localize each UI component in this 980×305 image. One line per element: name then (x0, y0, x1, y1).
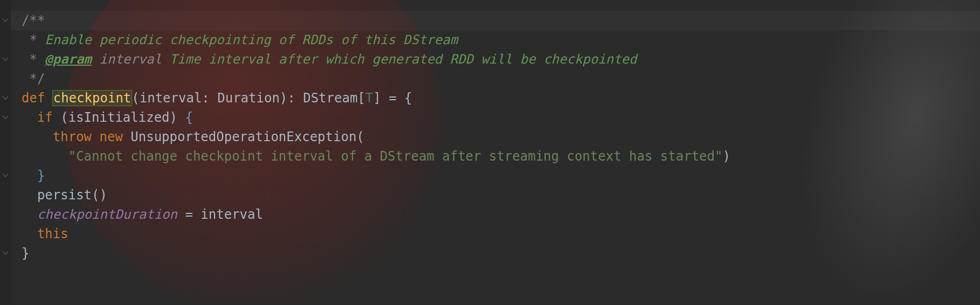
equals: = (381, 91, 404, 106)
doc-comment-prefix: * (22, 32, 45, 47)
brace-open: { (185, 110, 192, 125)
bracket-open: [ (357, 91, 365, 106)
paren-close: ) (170, 110, 185, 125)
code-line[interactable]: * @param interval Time interval after wh… (11, 50, 980, 69)
doc-comment-close: */ (22, 71, 45, 86)
doc-comment-text: Time interval after which generated RDD … (170, 52, 637, 67)
doc-comment-prefix: * (22, 52, 45, 67)
brace-open: { (404, 91, 412, 106)
identifier: isInitialized (68, 110, 170, 125)
code-line[interactable]: * Enable periodic checkpointing of RDDs … (11, 30, 980, 50)
code-line[interactable]: } (11, 244, 980, 263)
code-line[interactable]: checkpointDuration = interval (11, 205, 980, 224)
code-line[interactable]: this (11, 224, 980, 244)
type-param: T (365, 91, 373, 106)
code-line[interactable]: persist() (11, 185, 980, 205)
parens: () (92, 188, 107, 203)
doc-comment-text: Enable periodic checkpointing of RDDs of… (45, 32, 458, 47)
field-name: checkpointDuration (37, 207, 177, 222)
method-name: checkpoint (53, 91, 132, 106)
doc-comment-open: /** (22, 13, 45, 28)
type-name: UnsupportedOperationException (130, 129, 356, 144)
brace-close: } (22, 246, 29, 261)
brace-close: } (37, 168, 45, 183)
doc-param-name: interval (92, 52, 170, 67)
param-name: interval (140, 91, 202, 106)
bracket-close: ] (373, 91, 381, 106)
paren-close: ) (722, 149, 730, 164)
code-line[interactable]: "Cannot change checkpoint interval of a … (11, 147, 980, 166)
keyword-new: new (100, 129, 131, 144)
paren-close: ) (280, 91, 287, 106)
code-line[interactable]: /** (11, 11, 980, 30)
code-line[interactable]: throw new UnsupportedOperationException( (11, 127, 980, 147)
colon: : (287, 91, 303, 106)
keyword-def: def (22, 91, 53, 106)
code-line[interactable]: } (11, 166, 980, 185)
type-name: Duration (217, 91, 280, 106)
string-literal: "Cannot change checkpoint interval of a … (68, 149, 723, 164)
code-line[interactable]: if (isInitialized) { (11, 108, 980, 127)
paren-open: ( (60, 110, 68, 125)
assign-op: = (177, 207, 201, 222)
paren-open: ( (132, 91, 139, 106)
keyword-if: if (37, 110, 60, 125)
keyword-this: this (37, 226, 68, 241)
code-line[interactable]: */ (11, 69, 980, 88)
identifier: interval (201, 207, 263, 222)
method-call: persist (37, 188, 92, 203)
code-line[interactable]: def checkpoint(interval: Duration): DStr… (11, 88, 980, 108)
doc-tag-param: @param (45, 52, 92, 67)
code-editor[interactable]: /** * Enable periodic checkpointing of R… (0, 0, 980, 263)
type-name: DStream (303, 91, 357, 106)
keyword-throw: throw (53, 129, 100, 144)
colon: : (202, 91, 217, 106)
paren-open: ( (356, 129, 364, 144)
